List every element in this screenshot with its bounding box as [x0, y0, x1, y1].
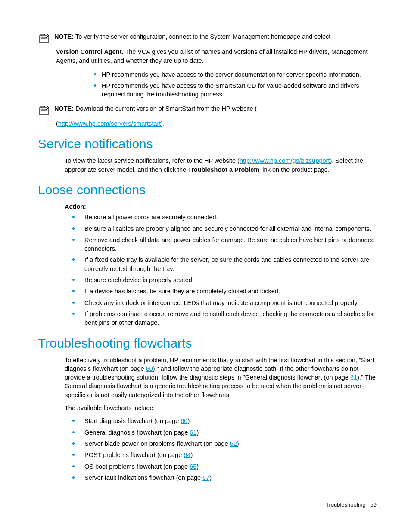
list-item: HP recommends you have access to the ser… [94, 70, 377, 79]
loose-connections-list: Be sure all power cords are securely con… [38, 213, 377, 327]
note-block-2: NOTE: Download the current version of Sm… [38, 104, 377, 118]
page-link[interactable]: 62 [230, 440, 237, 447]
bizsupport-link[interactable]: http://www.hp.com/go/bizsupport [240, 157, 330, 164]
action-label: Action: [65, 202, 377, 211]
note-icon [38, 105, 50, 118]
note-1-continued: Version Control Agent. The VCA gives you… [56, 47, 377, 65]
note-2-line: Download the current version of SmartSta… [75, 105, 257, 112]
note-1-text: NOTE: To verify the server configuration… [54, 32, 377, 41]
page-link[interactable]: 67 [202, 474, 209, 481]
page-link[interactable]: 60 [181, 417, 187, 424]
footer-page-num: 59 [371, 501, 377, 508]
list-item: Start diagnosis flowchart (on page 60) [72, 417, 377, 425]
note-1-bold: Version Control Agent [56, 48, 122, 55]
list-item: Be sure all power cords are securely con… [72, 213, 377, 221]
list-item: If a device has latches, be sure they ar… [72, 287, 377, 296]
page-link-60[interactable]: 60 [146, 365, 153, 372]
page-footer: Troubleshooting 59 [326, 501, 377, 509]
page-link[interactable]: 65 [190, 463, 196, 470]
list-item: POST problems flowchart (on page 64) [72, 451, 377, 459]
list-item: If problems continue to occur, remove an… [72, 310, 377, 327]
list-item: If a fixed cable tray is available for t… [72, 255, 377, 273]
note-2-link-line: (http://www.hp.com/servers/smartstart). [56, 119, 377, 128]
list-item: Be sure all cables are properly aligned … [72, 224, 377, 233]
list-item: Be sure each device is properly seated. [72, 276, 377, 284]
heading-troubleshooting-flowcharts: Troubleshooting flowcharts [38, 334, 377, 352]
page-link-61[interactable]: 61 [350, 374, 357, 381]
note-1-line1: To verify the server configuration, conn… [75, 33, 330, 40]
heading-loose-connections: Loose connections [38, 181, 377, 199]
page-link[interactable]: 61 [190, 429, 196, 436]
list-item: Remove and check all data and power cabl… [72, 236, 377, 253]
list-item: General diagnosis flowchart (on page 61) [72, 428, 377, 437]
list-item: Server blade power-on problems flowchart… [72, 439, 377, 448]
document-page: NOTE: To verify the server configuration… [0, 0, 411, 532]
note-label: NOTE: [54, 105, 74, 112]
flowcharts-list: Start diagnosis flowchart (on page 60) G… [38, 417, 377, 482]
section3-p2: The available flowcharts include: [65, 404, 377, 412]
heading-service-notifications: Service notifications [38, 135, 377, 153]
smartstart-link[interactable]: http://www.hp.com/servers/smartstart [58, 120, 161, 127]
list-item: Check any interlock or interconnect LEDs… [72, 299, 377, 307]
footer-section: Troubleshooting [326, 501, 366, 508]
section3-p1: To effectively troubleshoot a problem, H… [65, 356, 377, 399]
note-label: NOTE: [54, 33, 74, 40]
list-item: OS boot problems flowchart (on page 65) [72, 462, 377, 471]
list-item: Server fault indications flowchart (on p… [72, 473, 377, 482]
note-icon [38, 33, 50, 46]
note-2-text: NOTE: Download the current version of Sm… [54, 104, 377, 113]
bullets-1: HP recommends you have access to the ser… [38, 70, 377, 99]
note-block-1: NOTE: To verify the server configuration… [38, 32, 377, 46]
section1-body: To view the latest service notifications… [65, 156, 377, 174]
page-link[interactable]: 64 [184, 451, 190, 458]
list-item: HP recommends you have access to the Sma… [94, 81, 377, 99]
